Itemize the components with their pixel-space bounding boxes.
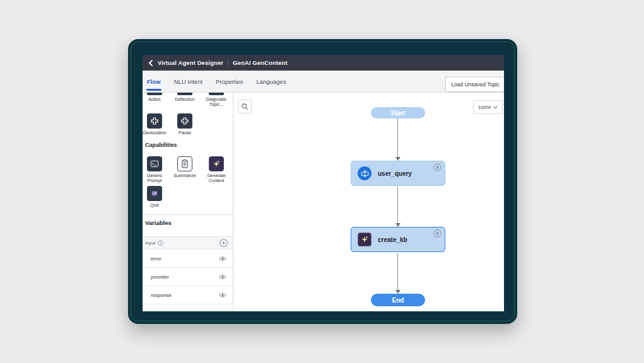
app-screen: Virtual Agent Designer GenAI GenContent … xyxy=(143,55,504,311)
eye-icon[interactable] xyxy=(219,292,226,298)
node-user-query[interactable]: user_query xyxy=(351,161,445,186)
palette-item-action[interactable]: Action xyxy=(143,93,168,102)
palette-item-qna[interactable]: QnA xyxy=(143,186,168,208)
variables-input-group: Input xyxy=(143,236,233,250)
topic-title: GenAI GenContent xyxy=(233,59,288,66)
palette-item-label: Summarize xyxy=(173,173,196,178)
back-icon[interactable] xyxy=(148,60,153,66)
palette-item-label: Diagnostic Topic... xyxy=(202,97,230,107)
palette-item-generic-prompt[interactable]: Generic Prompt xyxy=(143,156,168,183)
node-label: user_query xyxy=(378,170,412,177)
palette-item-label: Pause xyxy=(179,130,191,135)
zoom-level-value: 100% xyxy=(478,105,491,110)
palette-item-pause[interactable]: Pause xyxy=(171,113,199,135)
palette-item-label: Deflection xyxy=(175,97,194,102)
zoom-level-dropdown[interactable]: 100% xyxy=(473,100,503,114)
block-plus-icon xyxy=(177,113,192,129)
tab-nlu-intent[interactable]: NLU Intent xyxy=(174,78,202,85)
block-icon xyxy=(147,93,162,95)
header-divider xyxy=(228,59,228,67)
tab-flow[interactable]: Flow xyxy=(147,78,161,85)
tab-properties[interactable]: Properties xyxy=(216,78,243,85)
sparkle-icon xyxy=(209,156,224,171)
user-input-icon xyxy=(358,166,372,180)
variable-name: error xyxy=(151,256,219,262)
connector-user-query-to-create-kb xyxy=(397,187,398,226)
flow-canvas[interactable]: 100% Start xyxy=(233,93,504,311)
variable-name: response xyxy=(151,292,219,298)
palette-item-label: Generate Content xyxy=(202,173,230,183)
clipboard-icon xyxy=(177,156,192,171)
qna-chat-icon xyxy=(147,186,162,201)
component-palette: Action Deflection Diagnostic Topic... Ge… xyxy=(143,93,233,311)
block-icon xyxy=(209,93,224,95)
variable-name: provider xyxy=(151,274,219,280)
variable-row-response[interactable]: response xyxy=(143,286,233,304)
palette-item-geolocation[interactable]: Geolocation xyxy=(143,113,168,135)
node-label: create_kb xyxy=(378,236,407,243)
variable-row-provider[interactable]: provider xyxy=(143,268,233,286)
close-icon[interactable] xyxy=(433,229,442,238)
search-button[interactable] xyxy=(238,100,252,113)
tab-languages[interactable]: Languages xyxy=(256,78,286,85)
palette-item-summarize[interactable]: Summarize xyxy=(171,156,199,178)
block-plus-icon xyxy=(147,113,162,129)
capabilities-header: Capabilities xyxy=(145,142,177,148)
palette-item-label: QnA xyxy=(150,203,159,208)
variables-header: Variables xyxy=(145,219,172,226)
content-area: Action Deflection Diagnostic Topic... Ge… xyxy=(143,93,504,311)
palette-item-label: Generic Prompt xyxy=(143,173,168,183)
palette-item-deflection[interactable]: Deflection xyxy=(171,93,199,102)
device-frame: Virtual Agent Designer GenAI GenContent … xyxy=(128,39,517,324)
info-icon[interactable] xyxy=(158,240,163,246)
generate-content-icon xyxy=(358,233,372,246)
block-icon xyxy=(177,93,192,95)
variable-row-error[interactable]: error xyxy=(143,250,233,268)
add-circle-icon[interactable] xyxy=(220,239,228,247)
close-icon[interactable] xyxy=(433,163,442,171)
connector-start-to-user-query xyxy=(397,118,398,160)
load-unsaved-topic-button[interactable]: Load Unsaved Topic xyxy=(445,77,504,92)
palette-item-diagnostic-topic[interactable]: Diagnostic Topic... xyxy=(202,93,230,107)
chevron-down-icon xyxy=(493,106,498,109)
app-header: Virtual Agent Designer GenAI GenContent xyxy=(143,55,504,71)
palette-divider xyxy=(143,214,233,215)
eye-icon[interactable] xyxy=(219,274,226,280)
app-title: Virtual Agent Designer xyxy=(158,59,223,66)
end-node[interactable]: End xyxy=(371,294,425,306)
magnifier-icon xyxy=(241,103,249,110)
node-create-kb[interactable]: create_kb xyxy=(351,227,445,252)
palette-item-label: Geolocation xyxy=(143,130,166,135)
palette-item-label: Action xyxy=(148,97,160,102)
start-node[interactable]: Start xyxy=(371,107,425,118)
input-group-label: Input xyxy=(145,240,156,246)
terminal-prompt-icon xyxy=(147,156,162,171)
eye-icon[interactable] xyxy=(219,256,226,262)
palette-item-generate-content[interactable]: Generate Content xyxy=(202,156,230,183)
connector-create-kb-to-end xyxy=(397,253,398,293)
